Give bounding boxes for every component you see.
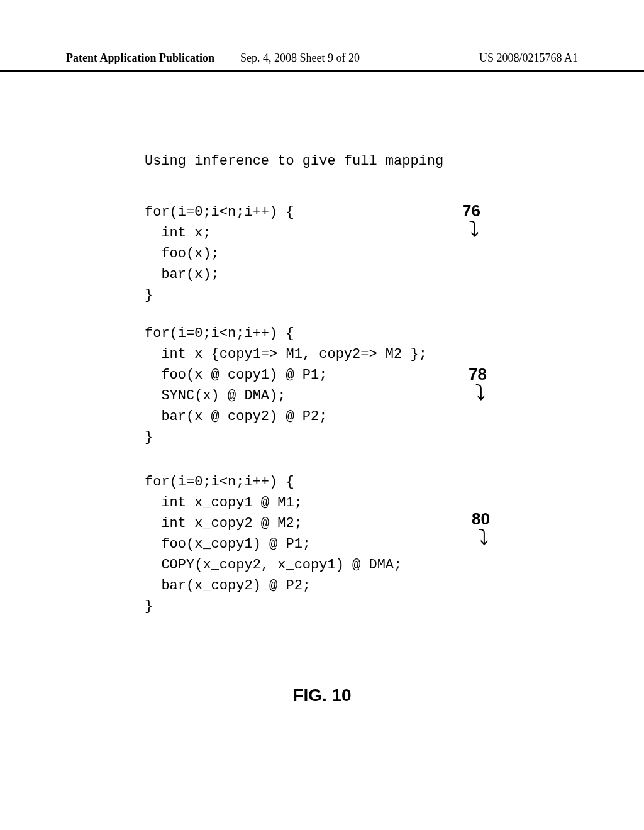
- page: Patent Application Publication Sep. 4, 2…: [0, 0, 644, 830]
- code-block-78: for(i=0;i<n;i++) { int x {copy1=> M1, co…: [145, 323, 581, 448]
- header-right: US 2008/0215768 A1: [479, 52, 578, 65]
- code-block-76: for(i=0;i<n;i++) { int x; foo(x); bar(x)…: [145, 202, 581, 306]
- figure-content: Using inference to give full mapping for…: [145, 151, 581, 617]
- callout-80: 80: [472, 509, 490, 529]
- page-header: Patent Application Publication Sep. 4, 2…: [0, 52, 644, 72]
- figure-title: Using inference to give full mapping: [145, 151, 581, 172]
- callout-76: 76: [462, 201, 480, 221]
- header-left: Patent Application Publication: [66, 52, 214, 65]
- callout-brace-icon: ⤵: [469, 220, 479, 241]
- header-mid: Sep. 4, 2008 Sheet 9 of 20: [240, 52, 360, 65]
- code-block-80: for(i=0;i<n;i++) { int x_copy1 @ M1; int…: [145, 472, 581, 617]
- callout-brace-icon: ⤵: [475, 384, 486, 405]
- callout-brace-icon: ⤵: [478, 528, 489, 550]
- figure-caption: FIG. 10: [0, 685, 644, 706]
- callout-78: 78: [469, 365, 487, 384]
